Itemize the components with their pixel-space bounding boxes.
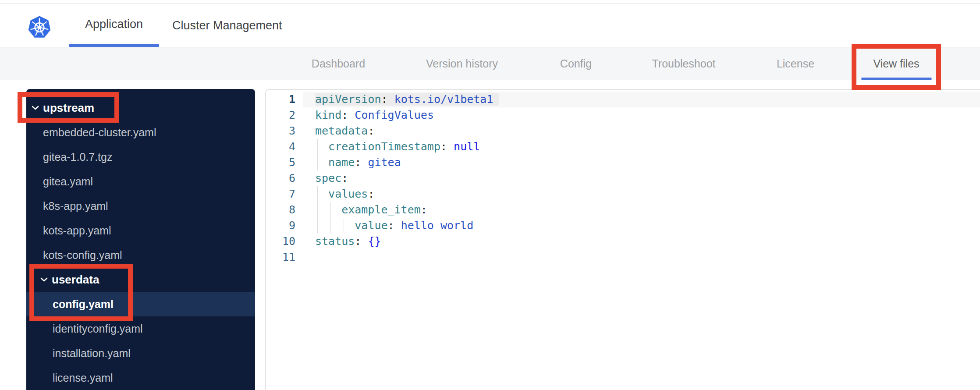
indent-guide	[344, 218, 344, 234]
line-number: 10	[266, 234, 303, 249]
nav-tab-label: Config	[560, 57, 592, 70]
nav-tab-version-history[interactable]: Version history	[426, 47, 498, 80]
code-line-4: 4creationTimestamp: null	[266, 139, 980, 155]
file-label: k8s-app.yaml	[43, 200, 108, 213]
folder-label: userdata	[52, 273, 99, 287]
code-tokens: metadata:	[315, 124, 374, 137]
line-number: 2	[266, 107, 303, 123]
token-key: values	[328, 188, 368, 200]
kots-admin-console: Application Cluster Management Dashboard…	[0, 0, 980, 390]
tree-item-upstream[interactable]: upstream	[26, 96, 255, 120]
code-line-8: 8example_item:	[266, 202, 980, 218]
indent-guide	[330, 202, 331, 218]
kubernetes-logo	[28, 15, 51, 39]
token-key: status	[315, 235, 355, 248]
line-number: 3	[266, 123, 303, 139]
line-number: 4	[266, 139, 303, 155]
code-line-content: creationTimestamp: null	[303, 139, 980, 155]
tree-item-installation-yaml[interactable]: installation.yaml	[26, 341, 255, 365]
tree-item-userdata[interactable]: userdata	[26, 267, 255, 292]
code-tokens: apiVersion: kots.io/v1beta1	[315, 93, 499, 106]
code-line-10: 10status: {}	[266, 234, 980, 249]
tree-item-kots-app-yaml[interactable]: kots-app.yaml	[26, 218, 255, 243]
nav-tab-config[interactable]: Config	[560, 47, 592, 80]
file-label: gitea.yaml	[43, 175, 93, 188]
tree-item-config-yaml[interactable]: config.yaml	[26, 292, 255, 316]
token-sp	[361, 235, 368, 248]
code-tokens: name: gitea	[328, 156, 401, 169]
chevron-down-icon	[40, 277, 48, 282]
token-sp	[361, 156, 368, 169]
code-line-2: 2kind: ConfigValues	[266, 107, 980, 123]
file-label: kots-config.yaml	[43, 249, 122, 262]
file-label: license.yaml	[53, 372, 113, 384]
token-p: :	[388, 219, 394, 232]
line-number: 6	[266, 170, 303, 186]
nav-tab-license[interactable]: License	[777, 47, 814, 80]
code-line-9: 9value: hello world	[266, 218, 980, 234]
token-key: kind	[315, 109, 341, 121]
code-tokens: value: hello world	[355, 219, 473, 232]
code-line-7: 7values:	[266, 186, 980, 202]
nav-tab-view-files[interactable]: View files	[873, 47, 919, 80]
line-number: 1	[266, 92, 303, 107]
file-tree: upstreamembedded-cluster.yamlgitea-1.0.7…	[26, 89, 255, 390]
token-p: :	[368, 188, 374, 200]
code-line-content: metadata:	[303, 123, 980, 139]
nav-tab-label: Dashboard	[312, 57, 365, 70]
token-p: :	[381, 93, 388, 106]
token-p: :	[421, 203, 427, 216]
file-label: config.yaml	[53, 298, 114, 311]
code-tokens: spec:	[315, 172, 348, 184]
tree-item-gitea-1-0-7-tgz[interactable]: gitea-1.0.7.tgz	[26, 145, 255, 169]
line-number: 8	[266, 202, 303, 218]
line-number: 9	[266, 218, 303, 234]
token-sp	[447, 140, 454, 153]
token-sp	[348, 109, 355, 121]
line-number: 11	[266, 249, 303, 265]
tree-item-gitea-yaml[interactable]: gitea.yaml	[26, 169, 255, 194]
indent-guide	[317, 186, 318, 202]
code-line-content: value: hello world	[303, 218, 980, 234]
file-label: gitea-1.0.7.tgz	[43, 151, 112, 163]
token-val: kots.io/v1beta1	[394, 93, 494, 106]
line-number: 5	[266, 155, 303, 170]
app-nav: DashboardVersion historyConfigTroublesho…	[0, 47, 980, 80]
token-p: :	[341, 172, 348, 184]
token-const: null	[454, 140, 480, 153]
line-number: 7	[266, 186, 303, 202]
token-sp	[388, 93, 394, 106]
token-val: gitea	[368, 156, 401, 169]
token-key: name	[328, 156, 355, 169]
indent-guide	[317, 218, 318, 234]
nav-tab-troubleshoot[interactable]: Troubleshoot	[652, 47, 716, 80]
tab-application[interactable]: Application	[69, 4, 159, 47]
app-header: Application Cluster Management	[0, 4, 980, 47]
code-line-content: status: {}	[303, 234, 980, 249]
tree-item-kots-config-yaml[interactable]: kots-config.yaml	[26, 243, 255, 267]
file-viewer[interactable]: 1apiVersion: kots.io/v1beta12kind: Confi…	[265, 89, 980, 390]
nav-tab-dashboard[interactable]: Dashboard	[312, 47, 365, 80]
code-line-content: example_item:	[303, 202, 980, 218]
tree-item-license-yaml[interactable]: license.yaml	[26, 365, 255, 390]
token-p: :	[341, 109, 348, 121]
file-label: embedded-cluster.yaml	[43, 126, 156, 139]
folder-label: upstream	[43, 101, 94, 115]
code-line-5: 5name: gitea	[266, 155, 980, 170]
code-line-11: 11	[266, 249, 980, 265]
tree-item-identityconfig-yaml[interactable]: identityconfig.yaml	[26, 316, 255, 341]
file-label: installation.yaml	[53, 347, 131, 360]
code-line-content	[303, 249, 980, 265]
token-key: creationTimestamp	[328, 140, 440, 153]
token-key: spec	[315, 172, 341, 184]
code-line-content: values:	[303, 186, 980, 202]
code-tokens: status: {}	[315, 235, 381, 248]
code-line-6: 6spec:	[266, 170, 980, 186]
token-const: {}	[368, 235, 381, 248]
nav-tab-label: License	[777, 57, 814, 70]
token-key: value	[355, 219, 387, 232]
tree-item-k8s-app-yaml[interactable]: k8s-app.yaml	[26, 194, 255, 218]
tab-cluster-management[interactable]: Cluster Management	[172, 4, 282, 47]
indent-guide	[317, 139, 318, 155]
tree-item-embedded-cluster-yaml[interactable]: embedded-cluster.yaml	[26, 120, 255, 145]
